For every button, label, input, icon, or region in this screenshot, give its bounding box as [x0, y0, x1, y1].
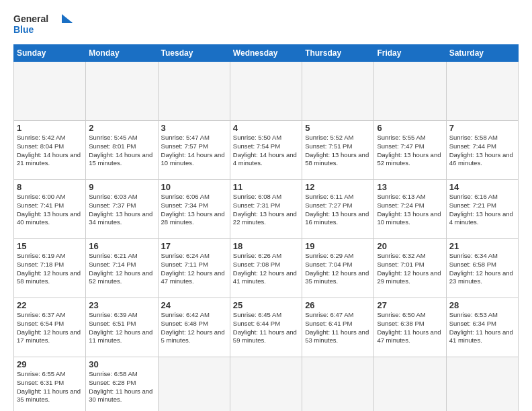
day-info: Sunrise: 6:39 AMSunset: 6:51 PMDaylight:… [89, 311, 154, 345]
calendar-cell: 12Sunrise: 6:11 AMSunset: 7:27 PMDayligh… [302, 180, 374, 239]
day-of-week-header: Saturday [446, 45, 518, 62]
calendar-cell: 29Sunrise: 6:55 AMSunset: 6:31 PMDayligh… [14, 357, 86, 412]
day-number: 24 [161, 300, 227, 310]
calendar-cell: 1Sunrise: 5:42 AMSunset: 8:04 PMDaylight… [14, 121, 86, 180]
day-info: Sunrise: 6:53 AMSunset: 6:34 PMDaylight:… [449, 311, 515, 345]
calendar-row: 29Sunrise: 6:55 AMSunset: 6:31 PMDayligh… [14, 357, 519, 412]
calendar-cell: 10Sunrise: 6:06 AMSunset: 7:34 PMDayligh… [158, 180, 230, 239]
day-info: Sunrise: 6:37 AMSunset: 6:54 PMDaylight:… [17, 311, 83, 345]
day-number: 10 [161, 182, 227, 192]
day-info: Sunrise: 6:34 AMSunset: 6:58 PMDaylight:… [449, 252, 515, 286]
day-number: 2 [89, 123, 154, 133]
calendar-cell: 17Sunrise: 6:24 AMSunset: 7:11 PMDayligh… [158, 239, 230, 298]
calendar-cell: 7Sunrise: 5:58 AMSunset: 7:44 PMDaylight… [446, 121, 518, 180]
calendar-cell: 9Sunrise: 6:03 AMSunset: 7:37 PMDaylight… [86, 180, 158, 239]
day-info: Sunrise: 5:47 AMSunset: 7:57 PMDaylight:… [161, 134, 227, 168]
day-info: Sunrise: 6:58 AMSunset: 6:28 PMDaylight:… [89, 370, 154, 404]
day-number: 7 [449, 123, 515, 133]
day-number: 17 [161, 241, 227, 251]
calendar-cell [158, 357, 230, 412]
calendar-cell: 4Sunrise: 5:50 AMSunset: 7:54 PMDaylight… [230, 121, 302, 180]
day-info: Sunrise: 5:52 AMSunset: 7:51 PMDaylight:… [305, 134, 371, 168]
day-info: Sunrise: 6:06 AMSunset: 7:34 PMDaylight:… [161, 193, 227, 227]
day-number: 13 [377, 182, 443, 192]
day-number: 14 [449, 182, 515, 192]
calendar-cell [230, 357, 302, 412]
day-number: 8 [17, 182, 83, 192]
calendar-cell: 16Sunrise: 6:21 AMSunset: 7:14 PMDayligh… [86, 239, 158, 298]
calendar-cell: 18Sunrise: 6:26 AMSunset: 7:08 PMDayligh… [230, 239, 302, 298]
day-number: 27 [377, 300, 443, 310]
day-number: 26 [305, 300, 371, 310]
calendar-cell: 11Sunrise: 6:08 AMSunset: 7:31 PMDayligh… [230, 180, 302, 239]
calendar-cell [374, 62, 446, 121]
day-info: Sunrise: 5:55 AMSunset: 7:47 PMDaylight:… [377, 134, 443, 168]
day-info: Sunrise: 6:11 AMSunset: 7:27 PMDaylight:… [305, 193, 371, 227]
calendar-cell: 2Sunrise: 5:45 AMSunset: 8:01 PMDaylight… [86, 121, 158, 180]
calendar-cell: 28Sunrise: 6:53 AMSunset: 6:34 PMDayligh… [446, 298, 518, 357]
logo-svg: General Blue [13, 11, 74, 38]
calendar-cell: 5Sunrise: 5:52 AMSunset: 7:51 PMDaylight… [302, 121, 374, 180]
calendar-cell [302, 357, 374, 412]
header-row: SundayMondayTuesdayWednesdayThursdayFrid… [14, 45, 519, 62]
calendar-cell: 13Sunrise: 6:13 AMSunset: 7:24 PMDayligh… [374, 180, 446, 239]
calendar-cell: 6Sunrise: 5:55 AMSunset: 7:47 PMDaylight… [374, 121, 446, 180]
calendar-cell: 19Sunrise: 6:29 AMSunset: 7:04 PMDayligh… [302, 239, 374, 298]
day-number: 22 [17, 300, 83, 310]
day-of-week-header: Monday [86, 45, 158, 62]
svg-marker-2 [62, 14, 73, 23]
calendar-cell [302, 62, 374, 121]
calendar-cell: 22Sunrise: 6:37 AMSunset: 6:54 PMDayligh… [14, 298, 86, 357]
day-info: Sunrise: 6:03 AMSunset: 7:37 PMDaylight:… [89, 193, 154, 227]
calendar-cell [374, 357, 446, 412]
day-info: Sunrise: 6:24 AMSunset: 7:11 PMDaylight:… [161, 252, 227, 286]
calendar-row: 15Sunrise: 6:19 AMSunset: 7:18 PMDayligh… [14, 239, 519, 298]
day-number: 19 [305, 241, 371, 251]
calendar-cell: 8Sunrise: 6:00 AMSunset: 7:41 PMDaylight… [14, 180, 86, 239]
day-info: Sunrise: 6:16 AMSunset: 7:21 PMDaylight:… [449, 193, 515, 227]
calendar-cell: 25Sunrise: 6:45 AMSunset: 6:44 PMDayligh… [230, 298, 302, 357]
calendar-cell: 24Sunrise: 6:42 AMSunset: 6:48 PMDayligh… [158, 298, 230, 357]
day-number: 23 [89, 300, 154, 310]
day-info: Sunrise: 5:45 AMSunset: 8:01 PMDaylight:… [89, 134, 154, 168]
day-number: 29 [17, 359, 83, 369]
day-number: 21 [449, 241, 515, 251]
day-number: 25 [233, 300, 299, 310]
day-number: 3 [161, 123, 227, 133]
calendar-cell: 20Sunrise: 6:32 AMSunset: 7:01 PMDayligh… [374, 239, 446, 298]
day-number: 20 [377, 241, 443, 251]
calendar-cell [158, 62, 230, 121]
day-number: 15 [17, 241, 83, 251]
day-of-week-header: Sunday [14, 45, 86, 62]
day-number: 30 [89, 359, 154, 369]
day-number: 11 [233, 182, 299, 192]
day-number: 1 [17, 123, 83, 133]
day-number: 16 [89, 241, 154, 251]
calendar-cell [446, 62, 518, 121]
calendar-cell: 23Sunrise: 6:39 AMSunset: 6:51 PMDayligh… [86, 298, 158, 357]
logo: General Blue [13, 11, 74, 38]
day-number: 4 [233, 123, 299, 133]
day-info: Sunrise: 6:55 AMSunset: 6:31 PMDaylight:… [17, 370, 83, 404]
day-of-week-header: Thursday [302, 45, 374, 62]
day-number: 28 [449, 300, 515, 310]
calendar-cell: 3Sunrise: 5:47 AMSunset: 7:57 PMDaylight… [158, 121, 230, 180]
calendar-cell: 14Sunrise: 6:16 AMSunset: 7:21 PMDayligh… [446, 180, 518, 239]
day-info: Sunrise: 6:32 AMSunset: 7:01 PMDaylight:… [377, 252, 443, 286]
day-info: Sunrise: 6:45 AMSunset: 6:44 PMDaylight:… [233, 311, 299, 345]
day-info: Sunrise: 5:42 AMSunset: 8:04 PMDaylight:… [17, 134, 83, 168]
day-info: Sunrise: 6:47 AMSunset: 6:41 PMDaylight:… [305, 311, 371, 345]
day-info: Sunrise: 6:19 AMSunset: 7:18 PMDaylight:… [17, 252, 83, 286]
day-of-week-header: Wednesday [230, 45, 302, 62]
calendar-table: SundayMondayTuesdayWednesdayThursdayFrid… [13, 44, 519, 411]
day-info: Sunrise: 6:08 AMSunset: 7:31 PMDaylight:… [233, 193, 299, 227]
svg-text:General: General [13, 13, 48, 24]
calendar-cell: 30Sunrise: 6:58 AMSunset: 6:28 PMDayligh… [86, 357, 158, 412]
day-info: Sunrise: 6:50 AMSunset: 6:38 PMDaylight:… [377, 311, 443, 345]
day-number: 18 [233, 241, 299, 251]
svg-text:Blue: Blue [13, 24, 34, 35]
calendar-cell: 27Sunrise: 6:50 AMSunset: 6:38 PMDayligh… [374, 298, 446, 357]
calendar-cell: 21Sunrise: 6:34 AMSunset: 6:58 PMDayligh… [446, 239, 518, 298]
day-number: 12 [305, 182, 371, 192]
day-of-week-header: Tuesday [158, 45, 230, 62]
